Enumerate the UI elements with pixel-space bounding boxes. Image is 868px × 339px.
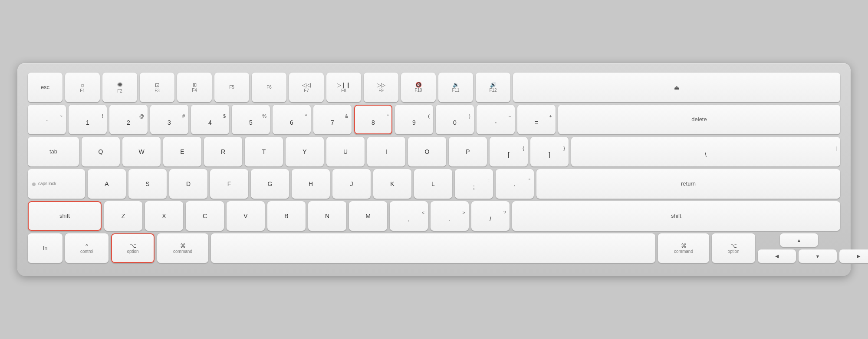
key-f2[interactable]: ✺ F2 [102, 73, 137, 102]
key-f7[interactable]: ◁◁ F7 [289, 73, 324, 102]
key-command-left[interactable]: ⌘ command [157, 233, 208, 263]
key-tilde[interactable]: ~ ` [28, 105, 66, 134]
key-j[interactable]: J [332, 169, 371, 199]
key-minus[interactable]: − - [477, 105, 515, 134]
key-command-right[interactable]: ⌘ command [658, 233, 709, 263]
key-4[interactable]: $ 4 [191, 105, 229, 134]
key-u[interactable]: U [326, 137, 365, 166]
number-row: ~ ` ! 1 @ 2 # 3 $ 4 [28, 105, 840, 134]
key-option-right[interactable]: ⌥ option [712, 233, 755, 263]
key-period[interactable]: > . [431, 201, 469, 231]
key-slash[interactable]: ? / [471, 201, 510, 231]
key-b[interactable]: B [267, 201, 306, 231]
key-f10[interactable]: 🔇 F10 [401, 73, 436, 102]
key-bracket-l[interactable]: { [ [490, 137, 528, 166]
key-option-left[interactable]: ⌥ option [111, 233, 155, 263]
key-5[interactable]: % 5 [232, 105, 270, 134]
key-c[interactable]: C [186, 201, 224, 231]
key-arrow-left[interactable]: ◀ [758, 249, 796, 263]
key-z[interactable]: Z [104, 201, 142, 231]
key-equals[interactable]: + = [517, 105, 556, 134]
key-3[interactable]: # 3 [150, 105, 188, 134]
key-y[interactable]: Y [286, 137, 324, 166]
key-f6[interactable]: F6 [252, 73, 286, 102]
key-arrow-down[interactable]: ▼ [799, 249, 837, 263]
key-quote[interactable]: " ' [496, 169, 534, 199]
key-f9[interactable]: ▷▷ F9 [364, 73, 398, 102]
key-f4[interactable]: ⊞ F4 [177, 73, 212, 102]
key-return[interactable]: return [536, 169, 840, 199]
key-delete[interactable]: delete [558, 105, 840, 134]
key-caps-lock[interactable]: caps lock [28, 169, 85, 199]
key-control[interactable]: ^ control [65, 233, 108, 263]
key-9[interactable]: ( 9 [395, 105, 433, 134]
key-n[interactable]: N [308, 201, 346, 231]
key-p[interactable]: P [449, 137, 487, 166]
key-e[interactable]: E [163, 137, 201, 166]
key-semicolon[interactable]: : ; [455, 169, 493, 199]
key-8[interactable]: * 8 [354, 105, 392, 134]
key-l[interactable]: L [414, 169, 452, 199]
key-f[interactable]: F [210, 169, 248, 199]
bottom-row: fn ^ control ⌥ option ⌘ command ⌘ comman… [28, 233, 840, 263]
key-f1[interactable]: ☼ F1 [65, 73, 100, 102]
key-eject[interactable]: ⏏ [513, 73, 840, 102]
key-arrow-up[interactable]: ▲ [780, 233, 818, 247]
key-s[interactable]: S [128, 169, 167, 199]
fn-row: esc ☼ F1 ✺ F2 ⊡ F3 ⊞ F4 F5 F6 ◁◁ F7 ▷❙❙ [28, 73, 840, 102]
key-v[interactable]: V [227, 201, 265, 231]
key-6[interactable]: ^ 6 [273, 105, 311, 134]
key-f5[interactable]: F5 [214, 73, 249, 102]
key-shift-left[interactable]: shift [28, 201, 102, 231]
key-f8[interactable]: ▷❙❙ F8 [326, 73, 361, 102]
key-2[interactable]: @ 2 [109, 105, 148, 134]
arrow-cluster: ▲ ◀ ▼ ▶ [758, 233, 840, 263]
key-space[interactable] [211, 233, 655, 263]
key-a[interactable]: A [88, 169, 126, 199]
key-g[interactable]: G [251, 169, 289, 199]
key-k[interactable]: K [373, 169, 411, 199]
key-f12[interactable]: 🔊 F12 [476, 73, 510, 102]
key-i[interactable]: I [367, 137, 405, 166]
key-f3[interactable]: ⊡ F3 [140, 73, 174, 102]
key-o[interactable]: O [408, 137, 446, 166]
key-bracket-r[interactable]: } ] [530, 137, 569, 166]
key-backslash[interactable]: | \ [571, 137, 840, 166]
key-esc[interactable]: esc [28, 73, 62, 102]
keyboard: esc ☼ F1 ✺ F2 ⊡ F3 ⊞ F4 F5 F6 ◁◁ F7 ▷❙❙ [17, 63, 851, 276]
key-q[interactable]: Q [82, 137, 120, 166]
key-t[interactable]: T [245, 137, 283, 166]
zxcv-row: shift Z X C V B N M < , > . ? / shif [28, 201, 840, 231]
key-1[interactable]: ! 1 [69, 105, 107, 134]
key-tab[interactable]: tab [28, 137, 79, 166]
asdf-row: caps lock A S D F G H J K L : ; " ' retu… [28, 169, 840, 199]
key-0[interactable]: ) 0 [436, 105, 474, 134]
key-arrow-right[interactable]: ▶ [839, 249, 868, 263]
key-comma[interactable]: < , [390, 201, 428, 231]
key-shift-right[interactable]: shift [512, 201, 840, 231]
key-h[interactable]: H [292, 169, 330, 199]
key-w[interactable]: W [122, 137, 161, 166]
key-m[interactable]: M [349, 201, 387, 231]
key-x[interactable]: X [145, 201, 183, 231]
caps-lock-indicator [32, 183, 36, 186]
key-f11[interactable]: 🔉 F11 [438, 73, 473, 102]
key-fn[interactable]: fn [28, 233, 62, 263]
key-7[interactable]: & 7 [313, 105, 352, 134]
key-d[interactable]: D [169, 169, 207, 199]
qwerty-row: tab Q W E R T Y U I O P { [ } ] | \ [28, 137, 840, 166]
key-r[interactable]: R [204, 137, 242, 166]
